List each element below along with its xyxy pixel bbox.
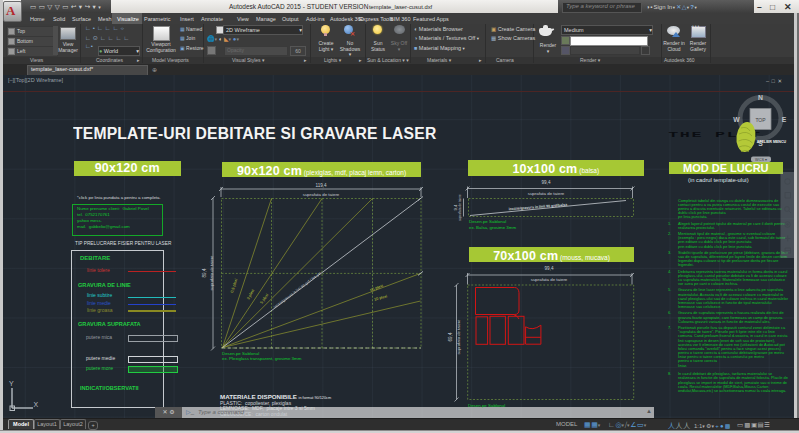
svg-text:E: E — [782, 116, 787, 123]
svg-text:Y: Y — [9, 380, 14, 387]
svg-text:TOP: TOP — [755, 117, 766, 123]
svg-text:suprafata de taiere: suprafata de taiere — [458, 194, 462, 221]
svg-text:W: W — [733, 116, 740, 123]
svg-text:X: X — [34, 401, 39, 408]
svg-text:99,4: 99,4 — [542, 180, 551, 185]
svg-text:10 plexi: 10 plexi — [373, 293, 387, 302]
svg-text:N: N — [758, 94, 763, 101]
svg-text:incizie/gravura in linii 90 gr: incizie/gravura in linii 90 grd/balsa — [509, 203, 569, 212]
svg-text:t/5 plexi: t/5 plexi — [369, 283, 383, 293]
svg-text:ATELIER MENCU: ATELIER MENCU — [757, 140, 787, 144]
svg-text:0.5 plexi: 0.5 plexi — [229, 278, 238, 293]
svg-text:suprafata de taiere: suprafata de taiere — [528, 191, 565, 196]
svg-text:99,4: 99,4 — [545, 266, 554, 271]
svg-text:3 plexi: 3 plexi — [246, 288, 256, 300]
svg-text:9,4: 9,4 — [453, 204, 458, 211]
svg-text:89,4: 89,4 — [202, 268, 207, 277]
svg-text:WCS ▾: WCS ▾ — [755, 158, 767, 162]
svg-text:suprafata de taiere: suprafata de taiere — [303, 192, 340, 197]
svg-text:119,4: 119,4 — [315, 183, 327, 188]
svg-text:suprafata de taiere: suprafata de taiere — [531, 277, 568, 282]
svg-text:suprafata de taiere: suprafata de taiere — [209, 255, 214, 291]
svg-text:69,4: 69,4 — [448, 332, 453, 341]
svg-text:suprafata de taiere: suprafata de taiere — [456, 319, 461, 355]
